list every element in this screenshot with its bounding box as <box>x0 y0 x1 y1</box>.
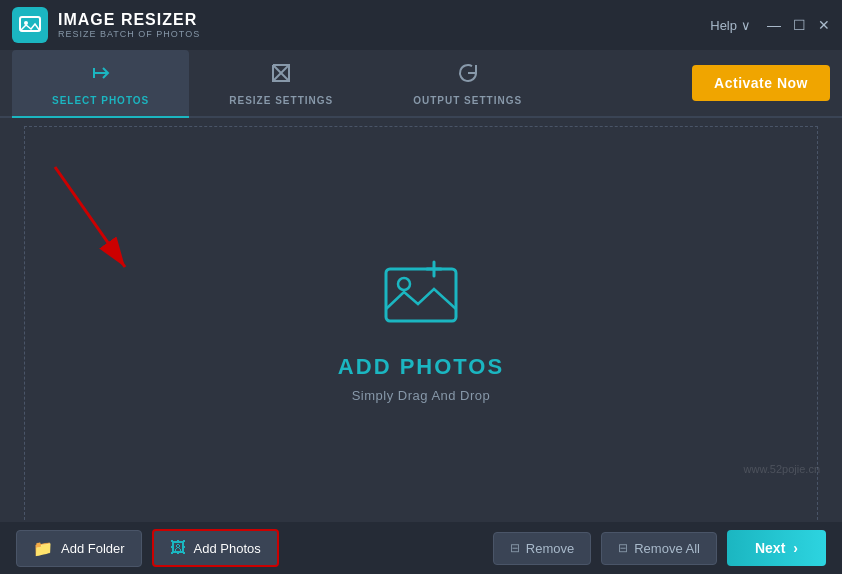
app-title: IMAGE RESIZER <box>58 11 200 29</box>
watermark: www.52pojie.cn <box>744 463 820 475</box>
title-bar: IMAGE RESIZER RESIZE BATCH OF PHOTOS Hel… <box>0 0 842 50</box>
add-photos-subtitle: Simply Drag And Drop <box>352 388 491 403</box>
add-photos-title: ADD PHOTOS <box>338 354 504 380</box>
resize-settings-icon <box>269 61 293 91</box>
svg-rect-2 <box>386 269 456 321</box>
app-subtitle: RESIZE BATCH OF PHOTOS <box>58 29 200 39</box>
remove-all-icon: ⊟ <box>618 541 628 555</box>
add-folder-button[interactable]: 📁 Add Folder <box>16 530 142 567</box>
title-bar-controls: Help ∨ — ☐ ✕ <box>710 18 830 33</box>
tab-output-settings[interactable]: OUTPUT SETTINGS <box>373 50 562 116</box>
app-logo <box>12 7 48 43</box>
activate-now-button[interactable]: Activate Now <box>692 65 830 101</box>
svg-point-3 <box>398 278 410 290</box>
add-photos-icon <box>376 254 466 338</box>
remove-icon: ⊟ <box>510 541 520 555</box>
tab-resize-settings-label: RESIZE SETTINGS <box>229 95 333 106</box>
add-photos-button[interactable]: 🖼 Add Photos <box>152 529 279 567</box>
tab-resize-settings[interactable]: RESIZE SETTINGS <box>189 50 373 116</box>
logo-icon <box>18 13 42 37</box>
folder-icon: 📁 <box>33 539 53 558</box>
select-photos-icon <box>89 61 113 91</box>
bottom-bar: 📁 Add Folder 🖼 Add Photos ⊟ Remove ⊟ Rem… <box>0 522 842 574</box>
minimize-button[interactable]: — <box>767 18 781 32</box>
tab-select-photos[interactable]: SELECT PHOTOS <box>12 50 189 116</box>
close-button[interactable]: ✕ <box>818 18 830 32</box>
arrow-annotation <box>45 157 165 291</box>
window-controls: — ☐ ✕ <box>767 18 830 32</box>
svg-line-7 <box>55 167 125 267</box>
photo-icon: 🖼 <box>170 539 186 557</box>
maximize-button[interactable]: ☐ <box>793 18 806 32</box>
right-controls: ⊟ Remove ⊟ Remove All Next › <box>493 530 826 566</box>
help-button[interactable]: Help ∨ <box>710 18 751 33</box>
tab-bar: SELECT PHOTOS RESIZE SETTINGS OUTPUT SET… <box>0 50 842 118</box>
remove-button[interactable]: ⊟ Remove <box>493 532 591 565</box>
next-button[interactable]: Next › <box>727 530 826 566</box>
drop-zone[interactable]: ADD PHOTOS Simply Drag And Drop <box>24 126 818 530</box>
next-chevron-icon: › <box>793 540 798 556</box>
app-title-block: IMAGE RESIZER RESIZE BATCH OF PHOTOS <box>58 11 200 39</box>
output-settings-icon <box>456 61 480 91</box>
tab-output-settings-label: OUTPUT SETTINGS <box>413 95 522 106</box>
remove-all-button[interactable]: ⊟ Remove All <box>601 532 717 565</box>
tab-select-photos-label: SELECT PHOTOS <box>52 95 149 106</box>
chevron-down-icon: ∨ <box>741 18 751 33</box>
